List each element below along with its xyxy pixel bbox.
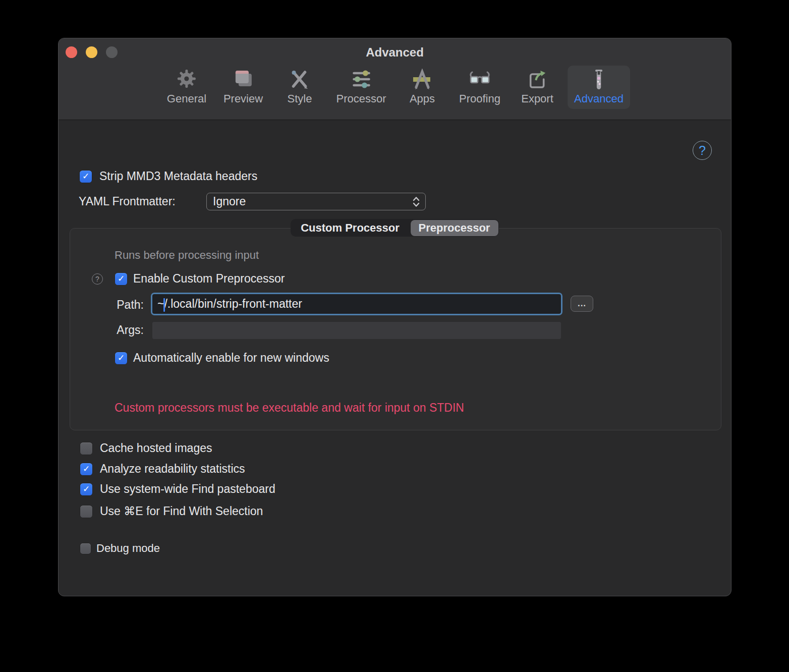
toolbar-item-label: Export xyxy=(521,92,553,105)
enable-preprocessor-label[interactable]: Enable Custom Preprocessor xyxy=(133,272,285,286)
drafting-tools-icon xyxy=(411,69,434,91)
strip-mmd3-label[interactable]: Strip MMD3 Metadata headers xyxy=(99,170,257,183)
toolbar-item-label: Advanced xyxy=(574,92,624,105)
auto-enable-checkbox[interactable] xyxy=(115,352,127,364)
toolbar-item-export[interactable]: Export xyxy=(515,66,560,109)
preview-window-icon xyxy=(232,69,255,91)
args-label: Args: xyxy=(70,323,144,337)
processor-mode-tabs: Custom Processor Preprocessor xyxy=(291,219,499,237)
strip-mmd3-row: Strip MMD3 Metadata headers xyxy=(80,170,257,183)
brush-pencil-icon xyxy=(288,69,311,91)
cmd-e-find-label[interactable]: Use ⌘E for Find With Selection xyxy=(100,505,263,518)
readability-label[interactable]: Analyze readability statistics xyxy=(100,462,245,476)
tab-custom-processor[interactable]: Custom Processor xyxy=(291,219,410,237)
executable-warning: Custom processors must be executable and… xyxy=(115,401,464,415)
option-row: Use ⌘E for Find With Selection xyxy=(80,505,263,518)
cache-images-label[interactable]: Cache hosted images xyxy=(100,441,212,455)
auto-enable-row: Automatically enable for new windows xyxy=(115,351,329,365)
yaml-frontmatter-select[interactable]: Ignore xyxy=(206,193,426,210)
yaml-frontmatter-label: YAML Frontmatter: xyxy=(79,195,176,208)
screen: { "window": { "title": "Advanced" }, "to… xyxy=(0,0,789,672)
sliders-icon xyxy=(350,69,373,91)
window-title: Advanced xyxy=(59,45,731,60)
args-input[interactable] xyxy=(152,321,561,339)
path-input[interactable]: ~/.local/bin/strip-front-matter xyxy=(151,293,562,315)
toolbar-item-label: Style xyxy=(288,92,312,105)
option-row: Cache hosted images xyxy=(80,441,212,455)
enable-preprocessor-row: ? Enable Custom Preprocessor xyxy=(92,272,285,286)
yaml-frontmatter-value: Ignore xyxy=(213,195,412,208)
find-pasteboard-checkbox[interactable] xyxy=(80,483,92,495)
toolbar-item-proofing[interactable]: Proofing xyxy=(453,66,507,109)
strip-mmd3-checkbox[interactable] xyxy=(80,171,92,183)
gear-icon xyxy=(175,69,198,91)
glasses-icon xyxy=(468,69,491,91)
help-button[interactable]: ? xyxy=(693,141,712,160)
debug-mode-row: Debug mode xyxy=(80,542,160,555)
toolbar-item-label: Proofing xyxy=(459,92,500,105)
option-row: Analyze readability statistics xyxy=(80,462,245,476)
auto-enable-label[interactable]: Automatically enable for new windows xyxy=(133,351,329,365)
readability-checkbox[interactable] xyxy=(80,463,92,475)
toolbar-item-label: General xyxy=(167,92,206,105)
option-row: Use system-wide Find pasteboard xyxy=(80,482,275,496)
toolbar-item-label: Processor xyxy=(336,92,386,105)
text-caret xyxy=(163,298,165,312)
test-tube-icon xyxy=(587,69,610,91)
toolbar-item-label: Apps xyxy=(410,92,435,105)
mini-help-icon[interactable]: ? xyxy=(92,273,103,285)
browse-button[interactable]: ... xyxy=(571,296,593,312)
chevron-up-down-icon xyxy=(412,196,420,208)
share-icon xyxy=(526,69,549,91)
preferences-window: Advanced xyxy=(58,38,731,596)
toolbar-item-general[interactable]: General xyxy=(160,66,213,109)
toolbar-item-label: Preview xyxy=(223,92,263,105)
yaml-frontmatter-row: YAML Frontmatter: xyxy=(79,195,176,208)
toolbar-item-style[interactable]: Style xyxy=(281,66,319,109)
toolbar-item-advanced[interactable]: Advanced xyxy=(568,66,630,109)
toolbar-item-processor[interactable]: Processor xyxy=(329,66,392,109)
cmd-e-find-checkbox[interactable] xyxy=(80,506,92,518)
debug-mode-checkbox[interactable] xyxy=(80,543,91,554)
titlebar: Advanced xyxy=(59,38,731,120)
debug-mode-label[interactable]: Debug mode xyxy=(96,542,160,555)
path-value: ~/.local/bin/strip-front-matter xyxy=(157,297,302,311)
find-pasteboard-label[interactable]: Use system-wide Find pasteboard xyxy=(100,482,275,496)
toolbar-item-apps[interactable]: Apps xyxy=(403,66,441,109)
preprocessor-groupbox: Runs before processing input ? Enable Cu… xyxy=(70,228,721,430)
tab-preprocessor[interactable]: Preprocessor xyxy=(411,220,498,236)
enable-preprocessor-checkbox[interactable] xyxy=(115,273,127,285)
path-label: Path: xyxy=(70,298,144,312)
toolbar-item-preview[interactable]: Preview xyxy=(217,66,269,109)
cache-images-checkbox[interactable] xyxy=(80,442,92,455)
preprocessor-hint: Runs before processing input xyxy=(115,249,259,262)
